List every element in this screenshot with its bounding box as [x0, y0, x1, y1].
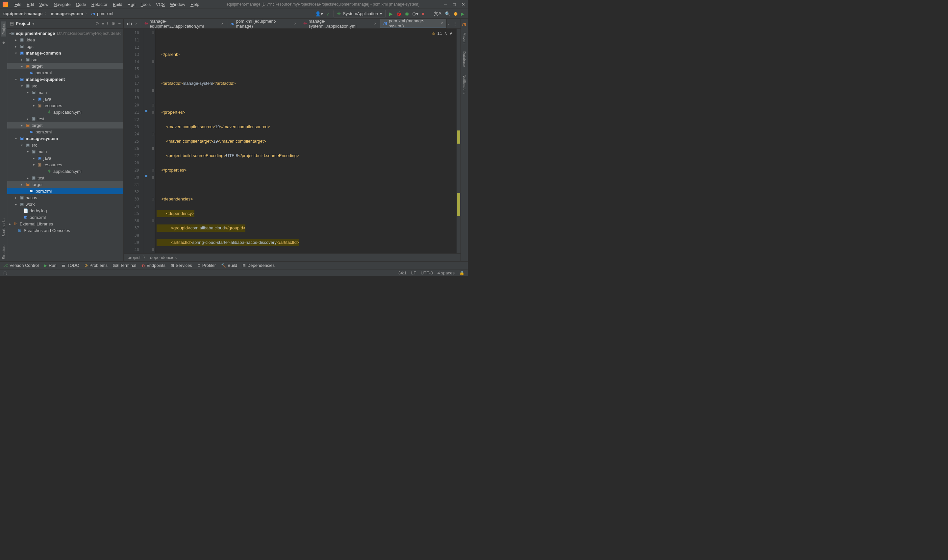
tree-item[interactable]: ▸▣target: [7, 63, 124, 69]
tool-database-tab[interactable]: Database: [462, 49, 467, 69]
tree-item[interactable]: ▾▣resources: [7, 102, 124, 109]
minimize-button[interactable]: ─: [444, 2, 447, 7]
tree-item[interactable]: mpom.xml: [7, 214, 124, 220]
menu-run[interactable]: Run: [125, 2, 138, 7]
tree-item[interactable]: mpom.xml: [7, 69, 124, 76]
menu-edit[interactable]: Edit: [24, 2, 37, 7]
line-gutter[interactable]: 10111213 14151617 18192021 22232425 2627…: [124, 29, 144, 253]
tree-item[interactable]: ▸▣work: [7, 201, 124, 208]
tree-item[interactable]: ▾▣resources: [7, 162, 124, 168]
tool-build[interactable]: 🔨Build: [221, 263, 237, 268]
tool-windows-icon[interactable]: ▢: [3, 271, 7, 275]
project-tree[interactable]: ▾▣ equipment-manage D:\YhcResource\myPro…: [7, 29, 124, 261]
menu-window[interactable]: Window: [167, 2, 188, 7]
gear-icon[interactable]: ⚙: [111, 21, 116, 26]
code-editor[interactable]: ⚠ 11 ∧ ∨ </parent> <artifactId>manage-sy…: [155, 29, 457, 253]
tree-item-selected[interactable]: mpom.xml: [7, 188, 124, 194]
menu-tools[interactable]: Tools: [138, 2, 153, 7]
vcs-update-icon[interactable]: ↙: [326, 11, 330, 17]
gutter-markers[interactable]: ⊟ ⊟ ⊟ ⊟ ↑⊟ ⊟ ⊟ ⊟ ↑⊟ ⊟ ⊟ ⊟: [144, 29, 155, 253]
tree-root[interactable]: ▾▣ equipment-manage D:\YhcResource\myPro…: [7, 30, 124, 37]
breadcrumb-part[interactable]: pom.xml: [97, 11, 113, 16]
tool-endpoints[interactable]: ◐Endpoints: [141, 263, 165, 268]
menu-navigate[interactable]: Navigate: [51, 2, 73, 7]
status-position[interactable]: 34:1: [398, 271, 406, 275]
tree-item[interactable]: ▸▣test: [7, 115, 124, 122]
status-encoding[interactable]: UTF-8: [421, 271, 433, 275]
tree-item[interactable]: ▸▣target: [7, 122, 124, 129]
status-line-sep[interactable]: LF: [411, 271, 416, 275]
close-icon[interactable]: ×: [440, 21, 443, 26]
tool-dependencies[interactable]: ⊞Dependencies: [242, 263, 275, 268]
close-icon[interactable]: ×: [221, 21, 224, 26]
editor-tab[interactable]: nt)×: [124, 19, 141, 28]
tool-version-control[interactable]: ⎇Version Control: [3, 263, 39, 268]
editor-breadcrumb[interactable]: project 〉 dependencies: [124, 253, 460, 261]
tree-item[interactable]: ▸▣test: [7, 174, 124, 181]
coverage-icon[interactable]: ◉: [405, 11, 409, 17]
breadcrumb-part[interactable]: equipment-manage: [3, 11, 42, 16]
menu-code[interactable]: Code: [73, 2, 89, 7]
menu-vcs[interactable]: VCS: [153, 2, 167, 7]
translate-icon[interactable]: 文A: [434, 11, 442, 17]
tool-services[interactable]: ⊞Services: [171, 263, 192, 268]
tree-item[interactable]: mpom.xml: [7, 129, 124, 135]
tool-structure-tab[interactable]: Structure: [1, 243, 6, 261]
maven-tool-icon[interactable]: m: [462, 22, 466, 27]
tool-run[interactable]: ▶Run: [44, 263, 57, 268]
tree-item[interactable]: ⊞Scratches and Consoles: [7, 227, 124, 234]
tool-maven-tab[interactable]: Maven: [462, 31, 467, 45]
tool-todo[interactable]: ☰TODO: [62, 263, 79, 268]
editor-tab[interactable]: mpom.xml (equipment-manage)×: [227, 19, 300, 28]
run-config-selector[interactable]: ❋ SystemApplication ▾: [333, 10, 386, 17]
tree-item[interactable]: ▸▣src: [7, 56, 124, 63]
tree-item[interactable]: ▸▣logs: [7, 43, 124, 50]
tree-item[interactable]: ▸▣java: [7, 155, 124, 162]
error-stripe[interactable]: [457, 29, 460, 253]
tool-problems[interactable]: ⊘Problems: [85, 263, 108, 268]
commit-icon[interactable]: ◆: [2, 40, 5, 45]
tree-item[interactable]: ▾▣manage-equipment: [7, 76, 124, 83]
view-mode-dropdown[interactable]: ▾: [32, 21, 34, 26]
tool-project-tab[interactable]: Project: [1, 22, 6, 37]
inspection-widget[interactable]: ⚠ 11 ∧ ∨: [432, 30, 452, 37]
breadcrumb[interactable]: equipment-manage 〉 manage-system 〉 m pom…: [3, 11, 315, 17]
close-icon[interactable]: ×: [294, 21, 297, 26]
user-icon[interactable]: 👤▾: [315, 11, 323, 17]
status-indent[interactable]: 4 spaces: [437, 271, 455, 275]
editor-tab[interactable]: ❋manage-equipment\...\application.yml×: [141, 19, 227, 28]
run-icon[interactable]: ▶: [389, 11, 393, 17]
profiler-icon[interactable]: ⊙▾: [412, 11, 418, 17]
maximize-button[interactable]: □: [453, 2, 455, 7]
debug-icon[interactable]: 🐞: [396, 11, 401, 17]
tool-bookmarks-tab[interactable]: Bookmarks: [1, 217, 6, 238]
menu-view[interactable]: View: [37, 2, 51, 7]
select-opened-icon[interactable]: ⊙: [96, 21, 99, 26]
close-icon[interactable]: ×: [374, 21, 377, 26]
tool-terminal[interactable]: ⌨Terminal: [113, 263, 136, 268]
menu-build[interactable]: Build: [110, 2, 125, 7]
tree-item[interactable]: ▾▣src: [7, 142, 124, 148]
lock-icon[interactable]: 🔒: [459, 271, 465, 275]
tree-item[interactable]: ❋application.yml: [7, 168, 124, 174]
prev-highlight-icon[interactable]: ∧: [444, 30, 447, 37]
tab-dropdown-icon[interactable]: ⌄: [447, 21, 450, 26]
project-panel-title[interactable]: Project: [16, 21, 30, 26]
ai-icon[interactable]: ⬢: [454, 11, 457, 17]
tree-item[interactable]: ❋application.yml: [7, 109, 124, 115]
menu-refactor[interactable]: Refactor: [89, 2, 110, 7]
tree-item[interactable]: ▸▣.idea: [7, 37, 124, 43]
search-icon[interactable]: 🔍: [445, 11, 450, 17]
next-highlight-icon[interactable]: ∨: [449, 30, 452, 37]
tree-item[interactable]: ▾▣manage-system: [7, 135, 124, 142]
breadcrumb-part[interactable]: manage-system: [51, 11, 83, 16]
tree-item[interactable]: ▾▣main: [7, 89, 124, 95]
close-icon[interactable]: ×: [135, 21, 137, 26]
tree-item[interactable]: ▾▣main: [7, 148, 124, 155]
editor-tab-active[interactable]: mpom.xml (manage-system)×: [380, 19, 447, 28]
stop-icon[interactable]: ■: [422, 11, 424, 17]
expand-all-icon[interactable]: ≡: [102, 21, 104, 26]
menu-file[interactable]: File: [12, 2, 24, 7]
hide-icon[interactable]: −: [118, 21, 121, 26]
tool-profiler[interactable]: ⊙Profiler: [198, 263, 216, 268]
